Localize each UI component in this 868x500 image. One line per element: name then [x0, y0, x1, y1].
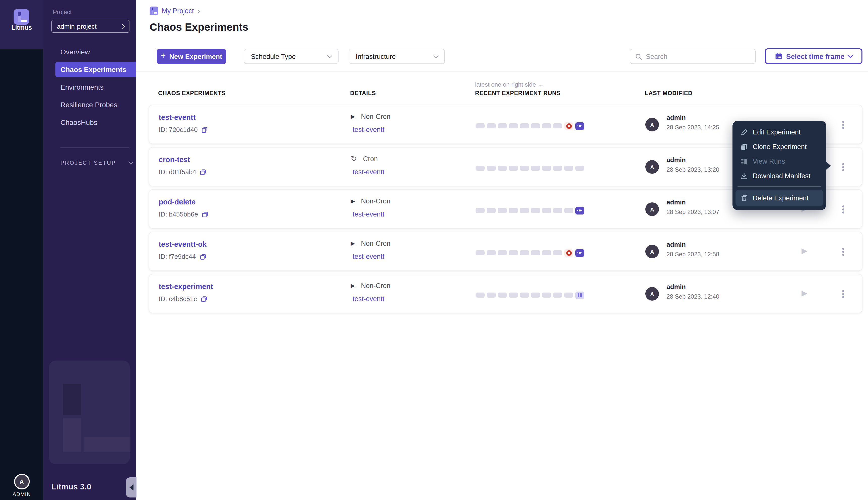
- search-box[interactable]: [630, 49, 756, 64]
- schedule-type: ▶Non-Cron: [351, 113, 391, 120]
- modified-date: 28 Sep 2023, 14:25: [666, 124, 719, 131]
- schedule-type-label: Non-Cron: [361, 282, 391, 289]
- app-rail: Litmus A ADMIN: [0, 0, 43, 500]
- schedule-type-label: Non-Cron: [361, 113, 391, 120]
- run-slot-empty: [498, 123, 507, 128]
- run-slot-empty: [487, 123, 496, 128]
- run-slot-empty: [498, 166, 507, 171]
- sidebar-item-label: Overview: [60, 48, 90, 56]
- litmus-logo-icon[interactable]: [14, 9, 29, 25]
- row-kebab-button[interactable]: [839, 203, 848, 216]
- run-status-failed-icon[interactable]: [564, 122, 573, 130]
- experiment-name-link[interactable]: cron-test: [159, 156, 190, 164]
- run-slot-empty: [542, 166, 551, 171]
- context-menu-item-label: Delete Experiment: [753, 194, 809, 202]
- run-slot-empty: [487, 166, 496, 171]
- experiment-row: test-experimentID: c4b8c51c▶Non-Crontest…: [149, 274, 863, 313]
- run-slot-empty: [509, 123, 518, 128]
- run-status-running-icon[interactable]: [575, 249, 584, 257]
- schedule-type-dropdown[interactable]: Schedule Type: [244, 49, 339, 64]
- run-slot-empty: [542, 293, 551, 298]
- copy-id-button[interactable]: [200, 168, 207, 175]
- infrastructure-value: Infrastructure: [356, 53, 396, 60]
- chevron-down-icon: [128, 159, 134, 164]
- run-slot-empty: [509, 293, 518, 298]
- row-kebab-button[interactable]: [839, 245, 848, 258]
- logo-foot: [21, 20, 27, 22]
- schedule-type: ▶Non-Cron: [351, 197, 391, 205]
- search-input[interactable]: [646, 53, 751, 60]
- run-status-running-icon[interactable]: [575, 122, 584, 130]
- run-slot-empty: [553, 250, 562, 255]
- litmus-watermark: [49, 361, 130, 464]
- run-slot-empty: [475, 166, 485, 171]
- run-slot-empty: [487, 208, 496, 213]
- project-select[interactable]: admin-project: [52, 20, 129, 33]
- context-menu-item-download-manifest[interactable]: Download Manifest: [735, 169, 823, 183]
- sidebar-item-label: ChaosHubs: [60, 118, 97, 126]
- sidebar-item-overview[interactable]: Overview: [43, 44, 136, 59]
- copy-id-button[interactable]: [201, 126, 208, 133]
- recent-runs: [475, 249, 584, 257]
- select-time-frame-button[interactable]: Select time frame: [765, 48, 863, 64]
- modified-by-avatar: A: [645, 245, 659, 258]
- copy-id-button[interactable]: [199, 253, 206, 260]
- experiment-id: ID: b455bb6e: [159, 211, 208, 218]
- infrastructure-dropdown[interactable]: Infrastructure: [349, 49, 445, 64]
- context-menu-item-delete-experiment[interactable]: Delete Experiment: [735, 190, 823, 206]
- run-slot-empty: [520, 123, 529, 128]
- project-setup-section[interactable]: PROJECT SETUP: [60, 160, 133, 166]
- run-slot-empty: [487, 250, 496, 255]
- user-avatar[interactable]: A: [14, 474, 30, 489]
- experiment-detail-link[interactable]: test-eventt: [353, 211, 384, 218]
- row-kebab-button[interactable]: [839, 287, 848, 300]
- pencil-icon: [740, 128, 748, 136]
- sidebar-item-environments[interactable]: Environments: [43, 80, 136, 95]
- copy-id-button[interactable]: [202, 211, 208, 218]
- run-status-running-icon[interactable]: [575, 207, 584, 214]
- chevron-down-icon: [848, 53, 854, 58]
- copy-id-button[interactable]: [201, 295, 207, 302]
- context-menu-item-clone-experiment[interactable]: Clone Experiment: [735, 139, 823, 154]
- run-slot-empty: [564, 208, 573, 213]
- schedule-type-label: Non-Cron: [361, 240, 391, 247]
- run-experiment-button[interactable]: ▶: [801, 288, 807, 298]
- row-kebab-button[interactable]: [839, 161, 848, 174]
- breadcrumb-link[interactable]: My Project: [162, 7, 194, 15]
- run-status-paused-icon[interactable]: [575, 291, 584, 299]
- recent-runs: [475, 164, 584, 172]
- run-experiment-button[interactable]: ▶: [801, 246, 807, 255]
- run-slot-empty: [475, 123, 485, 128]
- experiment-name-link[interactable]: test-experiment: [159, 283, 213, 291]
- schedule-type: ↻Cron: [351, 155, 378, 163]
- download-icon: [740, 172, 748, 180]
- experiment-name-link[interactable]: test-eventt: [159, 113, 196, 121]
- experiment-detail-link[interactable]: test-eventt: [353, 295, 384, 303]
- experiment-name-link[interactable]: test-eventt-ok: [159, 240, 206, 248]
- recent-runs: [475, 206, 584, 215]
- experiment-detail-link[interactable]: test-eventt: [353, 168, 384, 176]
- experiment-detail-link[interactable]: test-eventt: [353, 253, 384, 260]
- schedule-type: ▶Non-Cron: [351, 282, 391, 289]
- page-title: Chaos Experiments: [150, 21, 248, 33]
- run-slot-empty: [520, 293, 529, 298]
- modified-by-avatar: A: [645, 202, 659, 216]
- context-menu-item-label: Clone Experiment: [753, 143, 807, 150]
- sidebar-item-resilience-probes[interactable]: Resilience Probes: [43, 97, 136, 112]
- experiment-name-link[interactable]: pod-delete: [159, 198, 196, 206]
- breadcrumb-litmus-icon[interactable]: [150, 7, 158, 15]
- sidebar-item-chaos-experiments[interactable]: Chaos Experiments: [55, 62, 136, 77]
- context-menu-item-label: Edit Experiment: [753, 128, 801, 136]
- sidebar-item-chaoshubs[interactable]: ChaosHubs: [43, 115, 136, 130]
- experiment-detail-link[interactable]: test-eventt: [353, 126, 384, 134]
- logo-dot: [18, 12, 21, 15]
- sidebar-collapse-button[interactable]: [126, 477, 137, 498]
- run-status-failed-icon[interactable]: [564, 249, 573, 257]
- row-kebab-button[interactable]: [839, 118, 848, 132]
- new-experiment-button[interactable]: + New Experiment: [157, 49, 226, 64]
- schedule-type-value: Schedule Type: [251, 53, 296, 60]
- modified-by-name: admin: [666, 198, 686, 206]
- user-block[interactable]: A ADMIN: [0, 474, 43, 497]
- context-menu-item-edit-experiment[interactable]: Edit Experiment: [735, 125, 823, 139]
- sidebar-item-label: Chaos Experiments: [60, 66, 126, 73]
